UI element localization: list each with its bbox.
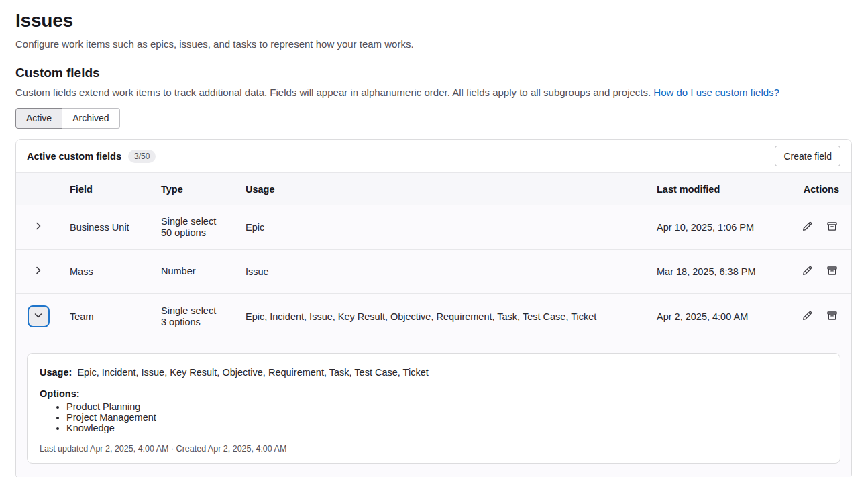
field-usage: Epic, Incident, Issue, Key Result, Objec… (236, 311, 647, 322)
detail-usage: Usage: Epic, Incident, Issue, Key Result… (40, 366, 828, 378)
chevron-right-icon (33, 221, 44, 233)
detail-usage-label: Usage: (40, 367, 72, 378)
column-header-field: Field (60, 184, 152, 195)
field-detail-card: Usage: Epic, Incident, Issue, Key Result… (27, 353, 840, 464)
page-title: Issues (15, 9, 852, 32)
archive-icon (826, 265, 838, 278)
edit-field-button[interactable] (801, 221, 813, 233)
option-item: Project Management (66, 412, 828, 423)
column-header-type: Type (152, 184, 236, 195)
field-last-modified: Apr 10, 2025, 1:06 PM (647, 222, 771, 233)
pencil-icon (802, 265, 813, 278)
help-link[interactable]: How do I use custom fields? (653, 87, 779, 98)
field-type: Single select (161, 216, 236, 227)
card-header: Active custom fields 3/50 Create field (16, 140, 851, 172)
card-title: Active custom fields (27, 151, 121, 162)
detail-usage-value: Epic, Incident, Issue, Key Result, Objec… (77, 367, 428, 378)
pencil-icon (802, 310, 813, 323)
column-header-usage: Usage (236, 184, 647, 195)
edit-field-button[interactable] (801, 266, 813, 278)
field-last-modified: Apr 2, 2025, 4:00 AM (647, 311, 771, 322)
table-row: Mass Number Issue Mar 18, 2025, 6:38 PM (16, 250, 851, 294)
field-type: Single select (161, 305, 236, 317)
page-description: Configure work items such as epics, issu… (15, 38, 852, 51)
edit-field-button[interactable] (801, 311, 813, 323)
field-name: Mass (60, 266, 152, 277)
archive-icon (826, 221, 838, 234)
archive-field-button[interactable] (826, 266, 838, 278)
option-item: Knowledge (66, 423, 828, 433)
collapse-row-button[interactable] (28, 305, 50, 327)
active-custom-fields-card: Active custom fields 3/50 Create field F… (15, 139, 852, 477)
create-field-button[interactable]: Create field (775, 146, 840, 166)
count-badge: 3/50 (128, 150, 156, 163)
chevron-right-icon (33, 265, 44, 278)
archive-icon (826, 310, 838, 323)
table-header-row: Field Type Usage Last modified Actions (16, 172, 851, 205)
expand-row-button[interactable] (28, 260, 50, 282)
column-header-last-modified: Last modified (647, 184, 771, 195)
detail-options-list: Product Planning Project Management Know… (40, 401, 828, 433)
table-row: Business Unit Single select 50 options E… (16, 205, 851, 250)
expanded-row-detail: Usage: Epic, Incident, Issue, Key Result… (16, 339, 851, 477)
field-type-detail: 3 options (161, 317, 236, 328)
tab-active[interactable]: Active (15, 108, 62, 129)
field-usage: Epic (236, 222, 647, 233)
field-usage: Issue (236, 266, 647, 277)
field-type: Number (161, 266, 236, 277)
custom-fields-description: Custom fields extend work items to track… (15, 86, 852, 99)
custom-fields-heading: Custom fields (15, 65, 852, 81)
field-type-detail: 50 options (161, 227, 236, 239)
detail-options-label: Options: (40, 388, 828, 400)
column-header-actions: Actions (771, 184, 851, 195)
expand-row-button[interactable] (28, 216, 50, 238)
archive-field-button[interactable] (826, 311, 838, 323)
field-name: Business Unit (60, 222, 152, 233)
detail-meta: Last updated Apr 2, 2025, 4:00 AM · Crea… (40, 444, 828, 454)
status-filter-segmented-control: Active Archived (15, 108, 120, 129)
pencil-icon (802, 221, 813, 234)
field-name: Team (60, 311, 152, 322)
archive-field-button[interactable] (826, 221, 838, 233)
tab-archived[interactable]: Archived (62, 108, 119, 129)
field-last-modified: Mar 18, 2025, 6:38 PM (647, 266, 771, 277)
chevron-down-icon (33, 310, 44, 323)
settings-page: Issues Configure work items such as epic… (0, 9, 868, 477)
custom-fields-description-text: Custom fields extend work items to track… (15, 87, 651, 98)
table-row: Team Single select 3 options Epic, Incid… (16, 294, 851, 339)
option-item: Product Planning (66, 401, 828, 412)
